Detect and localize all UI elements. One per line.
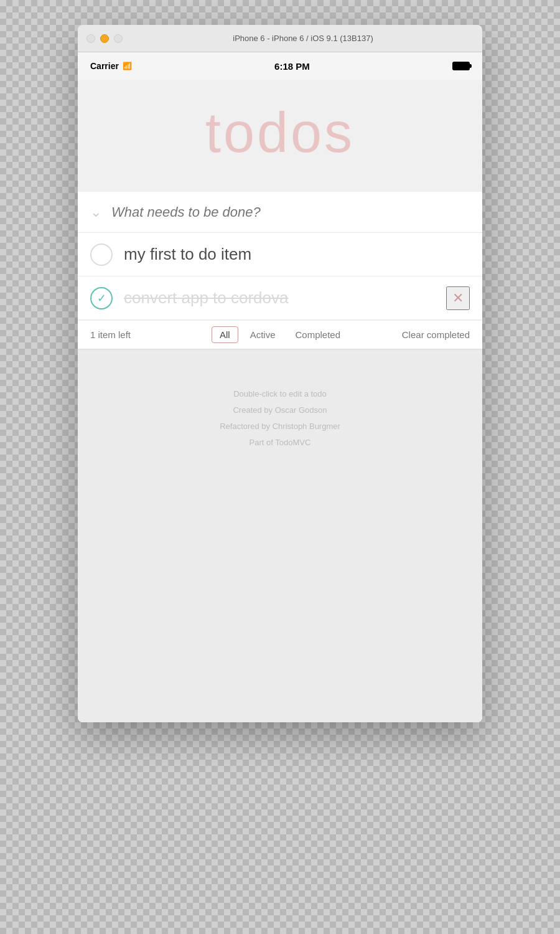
- status-time: 6:18 PM: [274, 61, 310, 72]
- window-title: iPhone 6 - iPhone 6 / iOS 9.1 (13B137): [133, 34, 474, 43]
- todo-label-1: my first to do item: [124, 245, 470, 264]
- close-button[interactable]: [86, 34, 95, 43]
- iphone-screen: Carrier 📶 6:18 PM todos ⌄ my first t: [78, 52, 482, 722]
- clear-completed-button[interactable]: Clear completed: [402, 329, 470, 340]
- todo-label-2: convert app to cordova: [124, 288, 446, 308]
- battery-icon: [452, 62, 470, 70]
- carrier-label: Carrier: [90, 61, 119, 71]
- info-line-2: Created by Oscar Godson: [90, 402, 470, 418]
- info-line-1: Double-click to edit a todo: [90, 386, 470, 402]
- todo-checkbox-1[interactable]: [90, 243, 113, 266]
- checkmark-icon: ✓: [97, 291, 106, 305]
- mac-titlebar: iPhone 6 - iPhone 6 / iOS 9.1 (13B137): [78, 25, 482, 52]
- toggle-all-icon[interactable]: ⌄: [90, 204, 101, 220]
- info-line-3: Refactored by Christoph Burgmer: [90, 418, 470, 435]
- status-right: [452, 62, 470, 70]
- todo-list: my first to do item ✓ convert app to cor…: [78, 233, 482, 320]
- wifi-icon: 📶: [123, 62, 132, 70]
- app-title: todos: [90, 105, 470, 161]
- battery-fill: [454, 63, 469, 69]
- ios-status-bar: Carrier 📶 6:18 PM: [78, 52, 482, 80]
- input-section: ⌄: [78, 192, 482, 233]
- filter-buttons: All Active Completed: [212, 326, 348, 343]
- filter-all-button[interactable]: All: [212, 326, 238, 343]
- traffic-lights: [86, 34, 123, 43]
- new-todo-input[interactable]: [111, 204, 470, 220]
- filter-active-button[interactable]: Active: [242, 326, 284, 343]
- status-left: Carrier 📶: [90, 61, 132, 71]
- table-row: ✓ convert app to cordova ✕: [78, 276, 482, 320]
- item-count: 1 item left: [90, 329, 131, 340]
- todo-footer: 1 item left All Active Completed Clear c…: [78, 320, 482, 349]
- app-info: Double-click to edit a todo Created by O…: [90, 386, 470, 451]
- mac-window: iPhone 6 - iPhone 6 / iOS 9.1 (13B137) C…: [78, 25, 482, 722]
- filter-completed-button[interactable]: Completed: [287, 326, 348, 343]
- app-footer-area: Double-click to edit a todo Created by O…: [78, 349, 482, 722]
- maximize-button[interactable]: [114, 34, 123, 43]
- table-row: my first to do item: [78, 233, 482, 276]
- todo-checkbox-2[interactable]: ✓: [90, 287, 113, 309]
- delete-button-2[interactable]: ✕: [446, 286, 470, 310]
- minimize-button[interactable]: [100, 34, 109, 43]
- app-header: todos: [78, 80, 482, 192]
- info-line-4: Part of TodoMVC: [90, 435, 470, 451]
